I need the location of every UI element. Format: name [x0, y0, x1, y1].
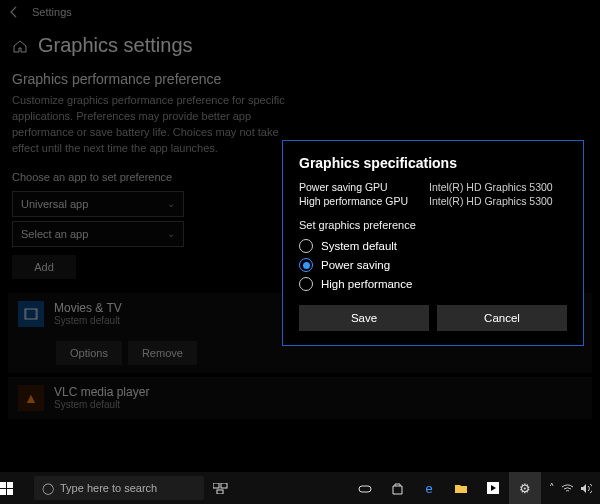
remove-button[interactable]: Remove	[128, 341, 197, 365]
chevron-down-icon: ⌄	[167, 198, 175, 209]
svg-rect-7	[213, 483, 219, 488]
tray-volume-icon[interactable]	[580, 483, 592, 494]
svg-rect-5	[0, 489, 6, 495]
tray-chevron-icon[interactable]: ˄	[549, 482, 555, 495]
page-title: Graphics settings	[38, 34, 193, 57]
window-title: Settings	[32, 6, 72, 18]
high-gpu-label: High performance GPU	[299, 195, 429, 207]
svg-rect-2	[35, 309, 37, 319]
taskbar-app-settings[interactable]: ⚙	[509, 472, 541, 504]
app-name: VLC media player	[54, 385, 149, 399]
taskbar-app-edge[interactable]: e	[413, 472, 445, 504]
options-button[interactable]: Options	[56, 341, 122, 365]
taskbar: ◯ Type here to search e ⚙ ˄	[0, 472, 600, 504]
radio-power-saving[interactable]: Power saving	[299, 258, 567, 272]
chevron-down-icon: ⌄	[167, 228, 175, 239]
dialog-title: Graphics specifications	[299, 155, 567, 171]
radio-icon	[299, 239, 313, 253]
film-icon	[18, 301, 44, 327]
home-icon[interactable]	[12, 38, 28, 54]
radio-label: System default	[321, 240, 397, 252]
taskbar-app-store[interactable]	[381, 472, 413, 504]
svg-rect-6	[7, 489, 13, 495]
app-name: Movies & TV	[54, 301, 122, 315]
start-button[interactable]	[0, 482, 34, 495]
select-app-dropdown[interactable]: Select an app ⌄	[12, 221, 184, 247]
search-placeholder: Type here to search	[60, 482, 157, 494]
svg-rect-1	[25, 309, 27, 319]
cone-icon: ▲	[18, 385, 44, 411]
back-button[interactable]	[8, 6, 22, 18]
power-gpu-label: Power saving GPU	[299, 181, 429, 193]
svg-rect-3	[0, 482, 6, 488]
cortana-icon: ◯	[42, 482, 54, 495]
taskbar-app-media[interactable]	[477, 472, 509, 504]
radio-system-default[interactable]: System default	[299, 239, 567, 253]
app-item-vlc[interactable]: ▲ VLC media player System default	[8, 377, 592, 419]
svg-rect-9	[217, 490, 223, 494]
add-button[interactable]: Add	[12, 255, 76, 279]
radio-label: Power saving	[321, 259, 390, 271]
tray-network-icon[interactable]	[561, 483, 574, 493]
taskbar-app-explorer[interactable]	[445, 472, 477, 504]
gear-icon: ⚙	[519, 481, 531, 496]
app-pref: System default	[54, 399, 149, 410]
app-type-value: Universal app	[21, 198, 88, 210]
pref-section-label: Set graphics preference	[299, 219, 567, 231]
cancel-button[interactable]: Cancel	[437, 305, 567, 331]
select-app-value: Select an app	[21, 228, 88, 240]
section-heading: Graphics performance preference	[0, 71, 600, 87]
taskbar-search[interactable]: ◯ Type here to search	[34, 476, 204, 500]
high-gpu-value: Intel(R) HD Graphics 5300	[429, 195, 553, 207]
graphics-spec-dialog: Graphics specifications Power saving GPU…	[282, 140, 584, 346]
radio-high-performance[interactable]: High performance	[299, 277, 567, 291]
app-pref: System default	[54, 315, 122, 326]
svg-rect-4	[7, 482, 13, 488]
save-button[interactable]: Save	[299, 305, 429, 331]
section-description: Customize graphics performance preferenc…	[0, 87, 300, 157]
taskbar-app-xbox[interactable]	[349, 472, 381, 504]
task-view-icon[interactable]	[204, 472, 236, 504]
svg-rect-10	[359, 486, 371, 492]
power-gpu-value: Intel(R) HD Graphics 5300	[429, 181, 553, 193]
app-type-dropdown[interactable]: Universal app ⌄	[12, 191, 184, 217]
svg-rect-8	[221, 483, 227, 488]
radio-label: High performance	[321, 278, 412, 290]
radio-icon	[299, 277, 313, 291]
radio-icon	[299, 258, 313, 272]
